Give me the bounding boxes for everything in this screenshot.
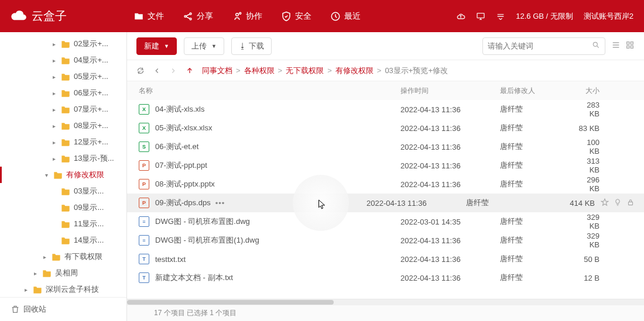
back-icon[interactable] <box>153 67 161 75</box>
tree-item[interactable]: ▸02显示+... <box>0 36 126 52</box>
tree-arrow-icon[interactable]: ▸ <box>53 106 60 113</box>
tree-item[interactable]: ▾有修改权限 <box>0 167 126 183</box>
tree-arrow-icon[interactable]: ▸ <box>25 287 32 293</box>
tree-arrow-icon[interactable]: ▸ <box>53 90 60 96</box>
column-size[interactable]: 大小 <box>576 86 635 96</box>
file-name: 新建文本文档 - 副本.txt <box>155 272 233 283</box>
column-time[interactable]: 操作时间 <box>400 86 500 96</box>
lock-icon[interactable] <box>626 198 635 208</box>
breadcrumb-link[interactable]: 有修改权限 <box>335 65 374 76</box>
star-icon[interactable] <box>601 198 609 208</box>
tree-item[interactable]: ▸深圳云盒子科技 <box>0 281 126 297</box>
tree-label: 06显示+... <box>74 88 108 98</box>
file-row[interactable]: ≡DWG图 - 司机班布置图(1).dwg2022-04-13 11:36唐纤莹… <box>127 231 644 250</box>
tree-arrow-icon[interactable]: ▸ <box>43 254 50 260</box>
cloud-icon <box>11 9 27 23</box>
upload-button[interactable]: 上传▼ <box>184 37 224 55</box>
nav-recent[interactable]: 最近 <box>330 11 361 22</box>
file-row[interactable]: P09-测试-dps.dps•••2022-04-13 11:36唐纤莹414 … <box>127 194 644 212</box>
tree-item[interactable]: 09显示... <box>0 199 126 216</box>
nav-share[interactable]: 分享 <box>183 11 213 22</box>
caret-down-icon: ▼ <box>211 43 217 49</box>
horizontal-scrollbar[interactable] <box>127 299 644 305</box>
tree-item[interactable]: ▸有下载权限 <box>0 248 126 265</box>
file-size: 414 KB <box>542 199 601 208</box>
svg-point-4 <box>239 12 241 14</box>
column-name[interactable]: 名称 <box>136 86 400 96</box>
download-button[interactable]: ⭳下载 <box>231 37 272 55</box>
tree-item[interactable]: ▸吴相周 <box>0 265 126 281</box>
tree-arrow-icon[interactable]: ▸ <box>34 270 41 277</box>
svg-rect-6 <box>477 13 484 18</box>
tree-item[interactable]: ▸12显示+... <box>0 134 126 150</box>
grid-view-icon[interactable] <box>625 40 635 51</box>
refresh-icon[interactable] <box>136 67 145 75</box>
tree-arrow-icon[interactable]: ▸ <box>53 41 60 47</box>
search-icon[interactable] <box>592 41 600 51</box>
menu-dropdown-icon[interactable] <box>496 12 505 21</box>
file-list: X04-测试-xls.xls2022-04-13 11:36唐纤莹283 KBX… <box>127 100 644 305</box>
tree-label: 有下载权限 <box>64 251 102 262</box>
up-icon[interactable] <box>186 67 194 75</box>
breadcrumb-bar: 同事文档>各种权限>无下载权限>有修改权限>03显示+预览+修改 <box>127 60 644 81</box>
tree-item[interactable]: ▸13显示-预... <box>0 150 126 167</box>
app-header: 云盒子 文件 分享 协作 安全 最近 12.6 GB / 无限制 测试账号西岸2 <box>0 0 644 32</box>
monitor-icon[interactable] <box>476 12 485 21</box>
account-name[interactable]: 测试账号西岸2 <box>584 11 633 22</box>
file-type-icon: ≡ <box>139 216 149 227</box>
breadcrumb-link[interactable]: 同事文档 <box>202 65 232 76</box>
breadcrumb-current: 03显示+预览+修改 <box>385 65 448 76</box>
file-row[interactable]: Ttesttxt.txt2022-04-13 11:36唐纤莹50 B <box>127 250 644 268</box>
new-button[interactable]: 新建▼ <box>136 37 177 55</box>
tree-arrow-icon[interactable]: ▸ <box>53 123 60 129</box>
nav-file[interactable]: 文件 <box>133 11 164 22</box>
file-time: 2022-03-01 14:35 <box>400 218 500 226</box>
file-row[interactable]: X05-测试-xlsx.xlsx2022-04-13 11:36唐纤莹83 KB <box>127 119 644 137</box>
tree-item[interactable]: 03显示... <box>0 183 126 199</box>
file-type-icon: P <box>139 198 149 208</box>
logo[interactable]: 云盒子 <box>11 8 128 24</box>
tree-item[interactable]: ▸08显示+... <box>0 118 126 134</box>
scrollbar-thumb[interactable] <box>127 300 334 305</box>
tree-arrow-icon[interactable]: ▸ <box>53 139 60 146</box>
file-row[interactable]: P08-测试-pptx.pptx2022-04-13 11:36唐纤莹296 K… <box>127 175 644 194</box>
cloud-sync-icon[interactable] <box>456 12 465 21</box>
tree-item[interactable]: ▸04显示+... <box>0 52 126 68</box>
tree-item[interactable]: 14显示... <box>0 232 126 248</box>
more-icon[interactable]: ••• <box>215 199 225 208</box>
tree-label: 08显示+... <box>74 120 108 131</box>
forward-icon[interactable] <box>169 67 177 75</box>
item-count: 17 个项目 <box>154 308 185 318</box>
file-time: 2022-04-13 11:36 <box>400 255 500 264</box>
tree-arrow-icon[interactable]: ▸ <box>53 74 60 80</box>
file-row[interactable]: X04-测试-xls.xls2022-04-13 11:36唐纤莹283 KB <box>127 100 644 119</box>
bulb-icon[interactable] <box>614 198 622 208</box>
tree-item[interactable]: ▸06显示+... <box>0 85 126 101</box>
tree-arrow-icon[interactable]: ▸ <box>53 57 60 64</box>
file-row[interactable]: ≡DWG图 - 司机班布置图.dwg2022-03-01 14:35唐纤莹329… <box>127 212 644 231</box>
file-type-icon: P <box>139 179 149 189</box>
breadcrumb-link[interactable]: 无下载权限 <box>286 65 324 76</box>
recycle-bin[interactable]: 回收站 <box>0 301 126 317</box>
tree-arrow-icon[interactable]: ▾ <box>45 172 52 178</box>
file-row[interactable]: T新建文本文档 - 副本.txt2022-04-13 11:36唐纤莹12 B <box>127 268 644 287</box>
file-time: 2022-04-13 11:36 <box>400 143 500 151</box>
folder-icon <box>61 56 70 64</box>
nav-security[interactable]: 安全 <box>281 11 311 22</box>
tree-item[interactable]: 11显示... <box>0 216 126 232</box>
tree-label: 13显示-预... <box>74 153 114 164</box>
tree-item[interactable]: ▸05显示+... <box>0 68 126 85</box>
breadcrumb-link[interactable]: 各种权限 <box>244 65 275 76</box>
tree-arrow-icon[interactable]: ▸ <box>53 156 60 162</box>
list-view-icon[interactable] <box>611 40 621 51</box>
file-row[interactable]: P07-测试-ppt.ppt2022-04-13 11:36唐纤莹313 KB <box>127 156 644 175</box>
file-name: 05-测试-xlsx.xlsx <box>155 123 213 133</box>
file-name: testtxt.txt <box>155 255 186 264</box>
nav-collab[interactable]: 协作 <box>232 11 262 22</box>
search-box[interactable] <box>482 37 605 55</box>
file-row[interactable]: S06-测试-et.et2022-04-13 11:36唐纤莹100 KB <box>127 137 644 156</box>
tree-item[interactable]: ▸07显示+... <box>0 101 126 118</box>
file-time: 2022-04-13 11:36 <box>400 161 500 170</box>
search-input[interactable] <box>488 42 592 50</box>
column-modifier[interactable]: 最后修改人 <box>500 86 576 96</box>
